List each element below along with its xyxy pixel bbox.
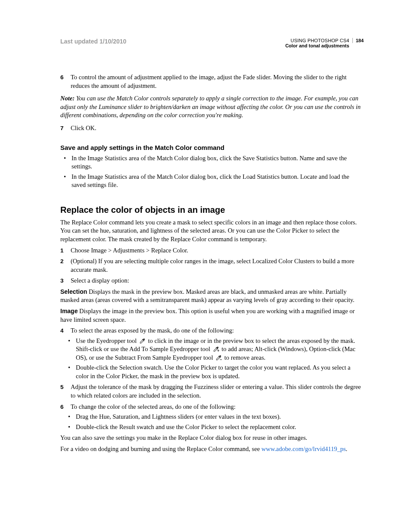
- step-4: 4 To select the areas exposed by the mas…: [60, 327, 364, 335]
- page-number: 184: [352, 38, 364, 43]
- body: 6 To control the amount of adjustment ap…: [60, 73, 364, 453]
- definition-selection: Selection Displays the mask in the previ…: [60, 288, 364, 305]
- list-item: • In the Image Statistics area of the Ma…: [64, 173, 364, 190]
- definition-label: Image: [60, 308, 78, 314]
- step-1: 1 Choose Image > Adjustments > Replace C…: [60, 246, 364, 255]
- section-heading-replace: Replace the color of objects in an image: [60, 204, 364, 216]
- svg-rect-2: [220, 359, 222, 360]
- outro-paragraph: You can also save the settings you make …: [60, 434, 364, 442]
- step-7: 7 Click OK.: [60, 124, 364, 133]
- eyedropper-plus-icon: [213, 346, 219, 352]
- page: Last updated 1/10/2010 USING PHOTOSHOP C…: [0, 0, 411, 532]
- list-text: In the Image Statistics area of the Matc…: [72, 154, 364, 171]
- note-label: Note:: [60, 95, 75, 102]
- page-header: Last updated 1/10/2010 USING PHOTOSHOP C…: [60, 38, 364, 48]
- list-item: • Double-click the Selection swatch. Use…: [68, 364, 364, 380]
- definition-text: Displays the image in the preview box. T…: [60, 308, 355, 323]
- list-item: • Drag the Hue, Saturation, and Lightnes…: [68, 413, 364, 421]
- step-number: 4: [60, 327, 71, 335]
- text-fragment: Use the Eyedropper tool: [76, 337, 138, 344]
- sub-heading-save: Save and apply settings in the Match Col…: [60, 143, 364, 152]
- step-5: 5 Adjust the tolerance of the mask by dr…: [60, 383, 364, 400]
- step-text: Select a display option:: [71, 277, 364, 285]
- step-number: 3: [60, 277, 71, 285]
- list-item: • In the Image Statistics area of the Ma…: [64, 154, 364, 171]
- header-right: USING PHOTOSHOP CS4 Color and tonal adju…: [285, 38, 364, 48]
- text-fragment: .: [346, 445, 348, 452]
- step-text: To change the color of the selected area…: [71, 403, 364, 411]
- step-number: 6: [60, 73, 71, 90]
- list-text: In the Image Statistics area of the Matc…: [72, 173, 364, 190]
- bullet-icon: •: [68, 364, 76, 380]
- eyedropper-minus-icon: [215, 355, 222, 361]
- bullet-icon: •: [68, 423, 76, 432]
- step-2: 2 (Optional) If you are selecting multip…: [60, 257, 364, 274]
- definition-image: Image Displays the image in the preview …: [60, 307, 364, 324]
- list-text: Drag the Hue, Saturation, and Lightness …: [76, 413, 364, 421]
- step-6: 6 To control the amount of adjustment ap…: [60, 73, 364, 90]
- step-3: 3 Select a display option:: [60, 277, 364, 285]
- text-fragment: to remove areas.: [224, 354, 265, 361]
- list-item: • Double-click the Result swatch and use…: [68, 423, 364, 432]
- step-text: To control the amount of adjustment appl…: [71, 73, 364, 90]
- header-right-text: USING PHOTOSHOP CS4 Color and tonal adju…: [285, 38, 352, 48]
- step-text: Click OK.: [71, 124, 364, 133]
- step-text: Adjust the tolerance of the mask by drag…: [71, 383, 364, 400]
- last-updated: Last updated 1/10/2010: [60, 38, 126, 45]
- step-number: 2: [60, 257, 71, 274]
- definition-label: Selection: [60, 288, 87, 295]
- video-link[interactable]: www.adobe.com/go/lrvid4119_ps: [262, 445, 346, 452]
- step-number: 5: [60, 383, 71, 400]
- eyedropper-icon: [139, 338, 146, 344]
- chapter-title: Color and tonal adjustments: [285, 43, 349, 48]
- svg-rect-1: [218, 350, 218, 352]
- list-item: • Use the Eyedropper tool to click in th…: [68, 337, 364, 362]
- step-6b: 6 To change the color of the selected ar…: [60, 403, 364, 411]
- doc-title: USING PHOTOSHOP CS4: [285, 38, 349, 43]
- bullet-icon: •: [64, 173, 72, 190]
- step-text: (Optional) If you are selecting multiple…: [71, 257, 364, 274]
- bullet-icon: •: [68, 413, 76, 421]
- list-text: Double-click the Selection swatch. Use t…: [76, 364, 364, 380]
- step-number: 1: [60, 246, 71, 255]
- step-text: To select the areas exposed by the mask,…: [71, 327, 364, 335]
- definition-text: Displays the mask in the preview box. Ma…: [60, 288, 355, 304]
- outro-paragraph-link: For a video on dodging and burning and u…: [60, 445, 364, 454]
- intro-paragraph: The Replace Color command lets you creat…: [60, 218, 364, 244]
- step-text: Choose Image > Adjustments > Replace Col…: [71, 246, 364, 255]
- bullet-icon: •: [64, 154, 72, 171]
- note-text: You can use the Match Color controls sep…: [60, 95, 361, 118]
- step-number: 6: [60, 403, 71, 411]
- step-number: 7: [60, 124, 71, 133]
- list-text: Use the Eyedropper tool to click in the …: [76, 337, 364, 362]
- bullet-icon: •: [68, 337, 76, 362]
- list-text: Double-click the Result swatch and use t…: [76, 423, 364, 432]
- text-fragment: For a video on dodging and burning and u…: [60, 445, 262, 452]
- note: Note: You can use the Match Color contro…: [60, 94, 364, 120]
